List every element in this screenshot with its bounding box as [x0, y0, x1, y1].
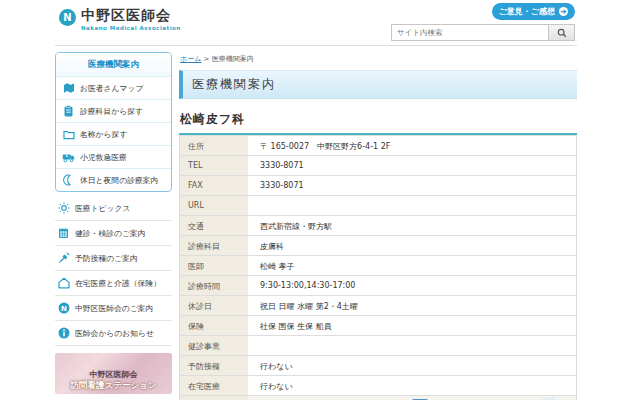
sidebar-menu-list: 医療トピックス健診・検診のご案内予防接種のご案内在宅医療と介護（保険）N中野区医…: [55, 196, 172, 346]
site-subtitle: Nakano Medical Association: [81, 25, 181, 31]
table-row: 医師松崎 孝子: [180, 255, 576, 275]
table-row: 診療時間9:30-13:00,14:30-17:00: [180, 275, 576, 295]
row-value: 行わない: [248, 356, 576, 375]
row-label: FAX: [180, 176, 248, 195]
arrow-right-icon: ➔: [559, 7, 568, 16]
search-icon: [555, 27, 568, 39]
table-row: 住所〒 165-0027 中野区野方6-4-1 2F: [180, 135, 576, 155]
sidebar-item-label: 診療科目から探す: [80, 106, 143, 117]
row-label: 在宅医療: [180, 376, 248, 395]
row-value: 9:30-13:00,14:30-17:00: [248, 276, 576, 295]
sidebar-item-label: 休日と夜間の診療案内: [80, 175, 158, 186]
sidebar-item-医師会からのお知らせ[interactable]: 医師会からのお知らせ: [55, 321, 172, 346]
banner1-line1: 中野区医師会: [90, 369, 138, 380]
sidebar-item-休日と夜間の診療案内[interactable]: 休日と夜間の診療案内: [56, 168, 171, 191]
sidebar-item-健診・検診のご案内[interactable]: 健診・検診のご案内: [55, 221, 172, 246]
site-header: N 中野区医師会 Nakano Medical Association ご意見・…: [55, 0, 577, 46]
association-logo-icon: N: [59, 9, 76, 26]
row-label: 休診日: [180, 296, 248, 315]
sun-icon: [57, 202, 70, 214]
clipboard-icon: [62, 105, 75, 117]
clinic-info-table: 住所〒 165-0027 中野区野方6-4-1 2FTEL3330-8071FA…: [179, 135, 577, 400]
sidebar-box-title: 医療機関案内: [56, 53, 171, 76]
breadcrumb-home-link[interactable]: ホーム: [180, 55, 201, 63]
sidebar-item-予防接種のご案内[interactable]: 予防接種のご案内: [55, 246, 172, 271]
site-title: 中野区医師会: [81, 7, 181, 24]
sidebar-item-label: 名称から探す: [80, 129, 127, 140]
sidebar-item-label: 小児救急医療: [80, 152, 127, 163]
association-logo-icon: N: [57, 302, 70, 314]
sidebar-item-label: お医者さんマップ: [80, 83, 143, 94]
search-input[interactable]: [391, 24, 549, 41]
feedback-button-label: ご意見・ご感想: [499, 6, 555, 17]
site-search: [391, 24, 575, 41]
table-row: 在宅医療行わない: [180, 375, 576, 395]
table-row: 予防接種行わない: [180, 355, 576, 375]
table-row: TEL3330-8071: [180, 155, 576, 175]
visiting-nurse-banner[interactable]: 中野区医師会 訪問看護ステーション: [55, 353, 172, 394]
row-label: 医師: [180, 256, 248, 275]
table-row: 保険社保 国保 生保 船員: [180, 315, 576, 335]
sidebar-item-小児救急医療[interactable]: 小児救急医療: [56, 145, 171, 168]
sidebar-item-中野区医師会のご案内[interactable]: N中野区医師会のご案内: [55, 296, 172, 321]
map-preview[interactable]: [248, 396, 576, 400]
sidebar-box-list: お医者さんマップ診療科目から探す名称から探す小児救急医療休日と夜間の診療案内: [56, 76, 171, 191]
row-value: 皮膚科: [248, 236, 576, 255]
row-value: 〒 165-0027 中野区野方6-4-1 2F: [248, 136, 576, 155]
ambulance-icon: [62, 151, 75, 163]
sidebar-item-label: 在宅医療と介護（保険）: [75, 278, 161, 289]
row-value: 西武新宿線・野方駅: [248, 216, 576, 235]
sidebar-guide-box: 医療機関案内 お医者さんマップ診療科目から探す名称から探す小児救急医療休日と夜間…: [55, 52, 172, 192]
table-row: 休診日祝日 日曜 水曜 第2・4土曜: [180, 295, 576, 315]
folder-icon: [62, 128, 75, 140]
row-value: 行わない: [248, 376, 576, 395]
row-value: 祝日 日曜 水曜 第2・4土曜: [248, 296, 576, 315]
table-row: 交通西武新宿線・野方駅: [180, 215, 576, 235]
row-label: 診療科目: [180, 236, 248, 255]
moon-icon: [62, 174, 75, 186]
search-button[interactable]: [549, 24, 575, 41]
row-label: 住所: [180, 136, 248, 155]
page-title: 医療機関案内: [179, 70, 577, 99]
info-icon: [57, 327, 70, 339]
breadcrumb-separator: >: [201, 55, 211, 63]
row-label: 健診事業: [180, 336, 248, 355]
row-label: 予防接種: [180, 356, 248, 375]
row-label: 交通: [180, 216, 248, 235]
row-value: 松崎 孝子: [248, 256, 576, 275]
main-content: ホーム > 医療機関案内 医療機関案内 松崎皮フ科 住所〒 165-0027 中…: [179, 52, 577, 400]
page: N 中野区医師会 Nakano Medical Association ご意見・…: [55, 0, 577, 400]
table-row: URL: [180, 195, 576, 215]
sidebar-item-label: 医療トピックス: [75, 203, 131, 214]
sidebar-item-診療科目から探す[interactable]: 診療科目から探す: [56, 99, 171, 122]
syringe-icon: [57, 252, 70, 264]
sidebar: 医療機関案内 お医者さんマップ診療科目から探す名称から探す小児救急医療休日と夜間…: [55, 52, 172, 400]
table-row: 健診事業: [180, 335, 576, 355]
sidebar-item-お医者さんマップ[interactable]: お医者さんマップ: [56, 76, 171, 99]
site-logo[interactable]: N 中野区医師会 Nakano Medical Association: [59, 7, 181, 31]
feedback-button[interactable]: ご意見・ご感想 ➔: [492, 3, 575, 20]
map-row: [180, 395, 576, 400]
sidebar-item-label: 予防接種のご案内: [75, 253, 138, 264]
map-row-label: [180, 396, 248, 400]
calendar-icon: [57, 227, 70, 239]
row-label: URL: [180, 196, 248, 215]
sidebar-item-名称から探す[interactable]: 名称から探す: [56, 122, 171, 145]
row-label: 診療時間: [180, 276, 248, 295]
row-value: 3330-8071: [248, 156, 576, 175]
svg-text:N: N: [61, 305, 67, 313]
house-icon: [57, 277, 70, 289]
sidebar-item-label: 健診・検診のご案内: [75, 228, 146, 239]
sidebar-item-label: 医師会からのお知らせ: [75, 328, 154, 339]
breadcrumb: ホーム > 医療機関案内: [180, 54, 577, 64]
banner1-line2: 訪問看護ステーション: [71, 380, 157, 392]
row-label: 保険: [180, 316, 248, 335]
sidebar-item-label: 中野区医師会のご案内: [75, 303, 153, 314]
clinic-name-heading: 松崎皮フ科: [179, 111, 577, 135]
sidebar-item-医療トピックス[interactable]: 医療トピックス: [55, 196, 172, 221]
table-row: FAX3330-8071: [180, 175, 576, 195]
map-icon: [62, 82, 75, 94]
breadcrumb-current: 医療機関案内: [212, 55, 254, 63]
sidebar-item-在宅医療と介護（保険）[interactable]: 在宅医療と介護（保険）: [55, 271, 172, 296]
row-value: 3330-8071: [248, 176, 576, 195]
